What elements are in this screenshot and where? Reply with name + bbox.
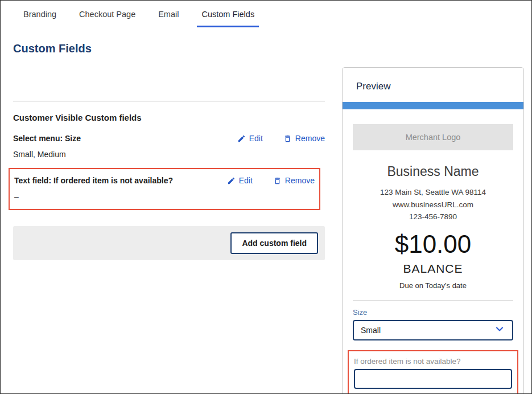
page-title: Custom Fields (13, 42, 325, 55)
highlighted-text-field-box: If ordered item is not available? (348, 350, 518, 394)
balance-label: BALANCE (353, 262, 513, 276)
merchant-logo-placeholder: Merchant Logo (353, 124, 513, 150)
trash-icon (273, 177, 282, 185)
custom-fields-main: Custom Fields Customer Visible Custom fi… (13, 27, 325, 260)
field-title: Select menu: Size (13, 134, 81, 143)
trash-icon (283, 134, 292, 143)
text-field-label: If ordered item is not available? (354, 357, 512, 366)
field-row-header: Text field: If ordered item is not avail… (14, 176, 315, 185)
invoice-amount: $10.00 (353, 230, 513, 258)
business-name: Business Name (353, 164, 513, 179)
tab-checkout-page[interactable]: Checkout Page (75, 5, 140, 27)
tab-email[interactable]: Email (154, 5, 183, 27)
business-details: 123 Main St, Seattle WA 98114 www.busine… (353, 186, 513, 223)
preview-body: Merchant Logo Business Name 123 Main St,… (343, 124, 523, 394)
section-divider (13, 101, 325, 101)
remove-label: Remove (295, 134, 325, 143)
settings-page: Branding Checkout Page Email Custom Fiel… (0, 0, 532, 394)
custom-field-row-text-field: Text field: If ordered item is not avail… (9, 168, 320, 210)
tab-custom-fields[interactable]: Custom Fields (197, 5, 259, 27)
content-area: Custom Fields Customer Visible Custom fi… (1, 27, 531, 394)
preview-accent-bar (343, 102, 523, 109)
size-select[interactable]: Small (353, 320, 513, 340)
custom-field-row-select-menu: Select menu: Size Edit Remov (13, 134, 325, 159)
field-actions: Edit Remove (227, 176, 315, 185)
field-row-header: Select menu: Size Edit Remov (13, 134, 325, 143)
field-value: Small, Medium (13, 150, 325, 159)
business-address: 123 Main St, Seattle WA 98114 (353, 186, 513, 199)
edit-button[interactable]: Edit (227, 176, 253, 185)
add-field-bar: Add custom field (13, 226, 325, 260)
chevron-down-icon (494, 323, 505, 336)
business-phone: 123-456-7890 (353, 211, 513, 223)
pencil-icon (227, 177, 236, 185)
section-title: Customer Visible Custom fields (13, 113, 325, 122)
custom-text-input[interactable] (354, 369, 512, 389)
pencil-icon (237, 134, 246, 143)
edit-label: Edit (249, 134, 263, 143)
remove-button[interactable]: Remove (283, 134, 325, 143)
preview-panel: Preview Merchant Logo Business Name 123 … (342, 67, 524, 394)
add-custom-field-button[interactable]: Add custom field (230, 232, 318, 254)
preview-divider (353, 300, 513, 301)
preview-title: Preview (343, 68, 523, 102)
edit-label: Edit (239, 176, 253, 185)
due-date-text: Due on Today's date (353, 281, 513, 290)
size-select-value: Small (361, 326, 381, 335)
remove-button[interactable]: Remove (273, 176, 315, 185)
tab-bar: Branding Checkout Page Email Custom Fiel… (1, 1, 531, 27)
remove-label: Remove (285, 176, 315, 185)
field-actions: Edit Remove (237, 134, 325, 143)
size-field-label: Size (353, 308, 513, 317)
field-value: – (14, 192, 315, 201)
edit-button[interactable]: Edit (237, 134, 263, 143)
tab-branding[interactable]: Branding (19, 5, 61, 27)
business-url: www.businessURL.com (353, 199, 513, 211)
field-title: Text field: If ordered item is not avail… (14, 176, 173, 185)
